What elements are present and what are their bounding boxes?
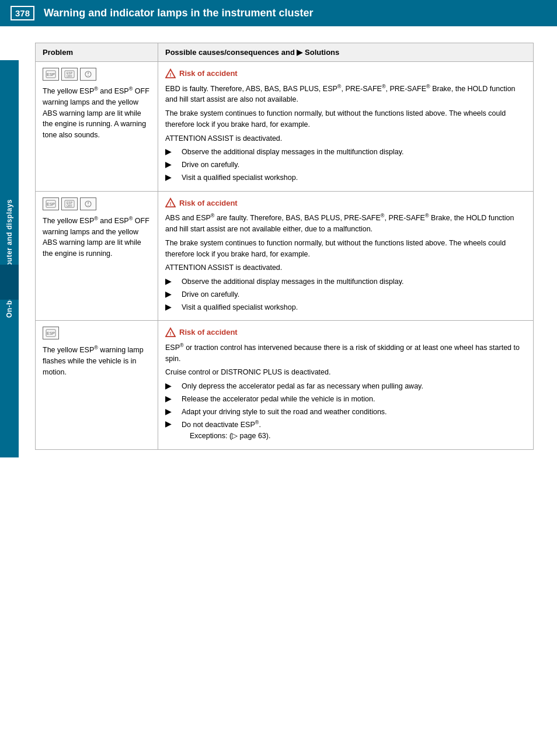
- list-item: ▶Release the accelerator pedal while the…: [165, 394, 526, 405]
- circle-warning-icon-2: [80, 197, 96, 210]
- problem-cell-2: ESP ESP OFF: [36, 191, 158, 321]
- risk-triangle-icon-3: !: [165, 327, 176, 338]
- bullet-text: Adapt your driving style to suit the roa…: [176, 407, 387, 418]
- para-3-1: ESP® or traction control has intervened …: [165, 342, 526, 365]
- sidebar: On-board computer and displays: [0, 60, 19, 457]
- risk-header-1: ! Risk of accident: [165, 68, 526, 79]
- esp-warning-icon-3: ESP: [43, 327, 59, 339]
- svg-text:!: !: [170, 202, 172, 207]
- arrow-icon: ▶: [165, 172, 173, 183]
- page-number: 378: [11, 6, 34, 20]
- warning-icons-1: ESP ESP OFF: [43, 68, 151, 81]
- table-row: ESP The yellow ESP® warning lamp flashes…: [36, 321, 534, 450]
- arrow-icon: ▶: [165, 159, 173, 171]
- page-title: Warning and indicator lamps in the instr…: [44, 7, 313, 19]
- bullet-text: Visit a qualified specialist workshop.: [176, 302, 298, 313]
- arrow-icon: ▶: [165, 276, 173, 287]
- risk-label-1: Risk of accident: [179, 68, 238, 79]
- list-item: ▶Visit a qualified specialist workshop.: [165, 172, 526, 183]
- bullet-list-1: ▶Observe the additional display messages…: [165, 147, 526, 183]
- warning-icons-2: ESP ESP OFF: [43, 197, 151, 210]
- solutions-cell-2: ! Risk of accident ABS and ESP® are faul…: [158, 191, 534, 321]
- risk-header-2: ! Risk of accident: [165, 197, 526, 209]
- svg-text:!: !: [170, 72, 172, 78]
- list-item: ▶Drive on carefully.: [165, 289, 526, 300]
- bullet-text: Release the accelerator pedal while the …: [176, 394, 375, 405]
- page-header: 378 Warning and indicator lamps in the i…: [0, 0, 557, 26]
- problem-cell-3: ESP The yellow ESP® warning lamp flashes…: [36, 321, 158, 450]
- risk-label-2: Risk of accident: [179, 197, 238, 209]
- list-item: ▶Drive on carefully.: [165, 159, 526, 171]
- para-1-2: The brake system continues to function n…: [165, 108, 526, 130]
- problem-desc-2: The yellow ESP® and ESP® OFF warning lam…: [43, 215, 151, 259]
- bullet-list-2: ▶Observe the additional display messages…: [165, 276, 526, 313]
- para-1-1: EBD is faulty. Therefore, ABS, BAS, BAS …: [165, 83, 526, 106]
- svg-text:OFF: OFF: [67, 74, 72, 78]
- col-problem-header: Problem: [36, 43, 158, 62]
- esp-off-warning-icon: ESP OFF: [61, 68, 78, 81]
- main-table: Problem Possible causes/consequences and…: [35, 43, 534, 450]
- bullet-text: Do not deactivate ESP®. Exceptions: (▷ p…: [176, 419, 270, 442]
- list-item: ▶Only depress the accelerator pedal as f…: [165, 381, 526, 392]
- svg-text:ESP: ESP: [47, 72, 55, 77]
- problem-desc-3: The yellow ESP® warning lamp flashes whi…: [43, 344, 151, 377]
- table-row: ESP ESP OFF: [36, 62, 534, 192]
- problem-cell-1: ESP ESP OFF: [36, 62, 158, 192]
- list-item: ▶Do not deactivate ESP®. Exceptions: (▷ …: [165, 419, 526, 442]
- list-item: ▶Adapt your driving style to suit the ro…: [165, 407, 526, 418]
- svg-text:ESP: ESP: [47, 202, 55, 206]
- arrow-icon: ▶: [165, 394, 173, 405]
- arrow-icon: ▶: [165, 419, 173, 442]
- warning-icons-3: ESP: [43, 327, 151, 339]
- svg-point-7: [88, 75, 88, 76]
- arrow-icon: ▶: [165, 147, 173, 158]
- esp-warning-icon-2: ESP: [43, 197, 59, 210]
- list-item: ▶Observe the additional display messages…: [165, 276, 526, 287]
- risk-header-3: ! Risk of accident: [165, 327, 526, 338]
- svg-text:ESP: ESP: [47, 331, 55, 335]
- para-3-2: Cruise control or DISTRONIC PLUS is deac…: [165, 367, 526, 378]
- esp-off-warning-icon-2: ESP OFF: [61, 197, 78, 210]
- content-area: Problem Possible causes/consequences and…: [23, 26, 557, 467]
- arrow-icon: ▶: [165, 302, 173, 313]
- para-2-3: ATTENTION ASSIST is deactivated.: [165, 262, 526, 273]
- bullet-text: Observe the additional display messages …: [176, 147, 404, 158]
- bullet-text: Drive on carefully.: [176, 159, 239, 171]
- problem-desc-1: The yellow ESP® and ESP® OFF warning lam…: [43, 85, 151, 141]
- list-item: ▶Visit a qualified specialist workshop.: [165, 302, 526, 313]
- para-2-2: The brake system continues to function n…: [165, 238, 526, 260]
- bullet-text: Only depress the accelerator pedal as fa…: [176, 381, 423, 392]
- solutions-cell-3: ! Risk of accident ESP® or traction cont…: [158, 321, 534, 450]
- sidebar-label: On-board computer and displays: [5, 199, 13, 318]
- bullet-text: Drive on carefully.: [176, 289, 239, 300]
- sidebar-accent: [0, 265, 19, 300]
- solutions-cell-1: ! Risk of accident EBD is faulty. Theref…: [158, 62, 534, 192]
- risk-triangle-icon-1: !: [165, 68, 176, 79]
- bullet-text: Visit a qualified specialist workshop.: [176, 172, 298, 183]
- arrow-icon: ▶: [165, 381, 173, 392]
- risk-label-3: Risk of accident: [179, 327, 238, 338]
- svg-text:!: !: [170, 331, 172, 337]
- col-solutions-header: Possible causes/consequences and ▶ Solut…: [158, 43, 534, 62]
- para-1-3: ATTENTION ASSIST is deactivated.: [165, 133, 526, 144]
- para-2-1: ABS and ESP® are faulty. Therefore, BAS,…: [165, 212, 526, 235]
- bullet-list-3: ▶Only depress the accelerator pedal as f…: [165, 381, 526, 442]
- arrow-icon: ▶: [165, 289, 173, 300]
- table-row: ESP ESP OFF: [36, 191, 534, 321]
- arrow-icon: ▶: [165, 407, 173, 418]
- esp-warning-icon: ESP: [43, 68, 59, 81]
- svg-text:OFF: OFF: [67, 204, 72, 207]
- svg-point-17: [88, 204, 88, 205]
- bullet-text: Observe the additional display messages …: [176, 276, 404, 287]
- circle-warning-icon: [80, 68, 96, 81]
- list-item: ▶Observe the additional display messages…: [165, 147, 526, 158]
- risk-triangle-icon-2: !: [165, 197, 176, 208]
